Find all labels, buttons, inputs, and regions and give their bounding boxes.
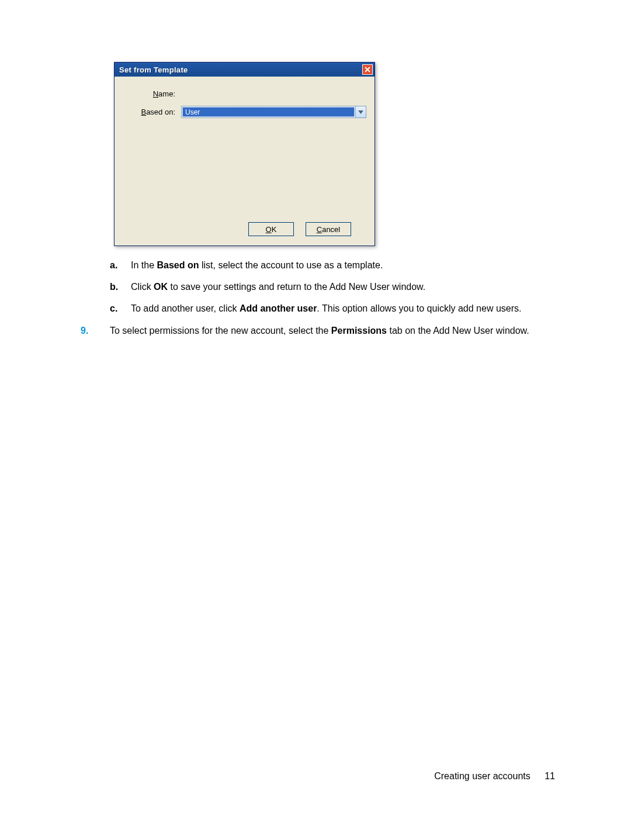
based-on-value: User bbox=[182, 107, 355, 117]
step-c: c. To add another user, click Add anothe… bbox=[110, 302, 554, 315]
based-on-row: Based on: User bbox=[123, 106, 366, 118]
dialog-button-row: OK Cancel bbox=[248, 222, 351, 236]
svg-marker-2 bbox=[358, 110, 363, 114]
page-number: 11 bbox=[545, 771, 555, 781]
step-text: To add another user, click Add another u… bbox=[131, 302, 554, 315]
dialog-body: Name: Based on: User bbox=[115, 77, 375, 132]
step-9: 9. To select permissions for the new acc… bbox=[81, 324, 554, 337]
step-b: b. Click OK to save your settings and re… bbox=[110, 280, 554, 293]
close-icon bbox=[365, 67, 370, 72]
dialog-title: Set from Template bbox=[119, 65, 188, 74]
set-from-template-dialog: Set from Template Name: Based on: User bbox=[114, 62, 375, 246]
name-row: Name: bbox=[123, 87, 366, 100]
step-text: Click OK to save your settings and retur… bbox=[131, 280, 554, 293]
ok-button[interactable]: OK bbox=[248, 222, 294, 236]
close-button[interactable] bbox=[362, 64, 373, 75]
combobox-arrow[interactable] bbox=[355, 106, 366, 117]
dialog-titlebar: Set from Template bbox=[115, 63, 375, 77]
step-marker: b. bbox=[110, 280, 131, 293]
step-text: To select permissions for the new accoun… bbox=[110, 324, 554, 337]
step-marker: c. bbox=[110, 302, 131, 315]
document-page: Set from Template Name: Based on: User bbox=[0, 0, 631, 840]
footer-section: Creating user accounts bbox=[434, 771, 531, 781]
cancel-button[interactable]: Cancel bbox=[306, 222, 351, 236]
instruction-block: a. In the Based on list, select the acco… bbox=[81, 258, 554, 337]
sub-step-list: a. In the Based on list, select the acco… bbox=[110, 258, 554, 316]
based-on-combobox[interactable]: User bbox=[181, 106, 366, 118]
step-marker: a. bbox=[110, 258, 131, 272]
step-a: a. In the Based on list, select the acco… bbox=[110, 258, 554, 272]
name-input[interactable] bbox=[181, 87, 366, 100]
chevron-down-icon bbox=[358, 110, 363, 114]
step-number: 9. bbox=[81, 324, 110, 337]
page-footer: Creating user accounts 11 bbox=[434, 771, 555, 782]
based-on-label: Based on: bbox=[123, 108, 181, 116]
name-label: Name: bbox=[123, 89, 181, 98]
step-text: In the Based on list, select the account… bbox=[131, 258, 554, 272]
